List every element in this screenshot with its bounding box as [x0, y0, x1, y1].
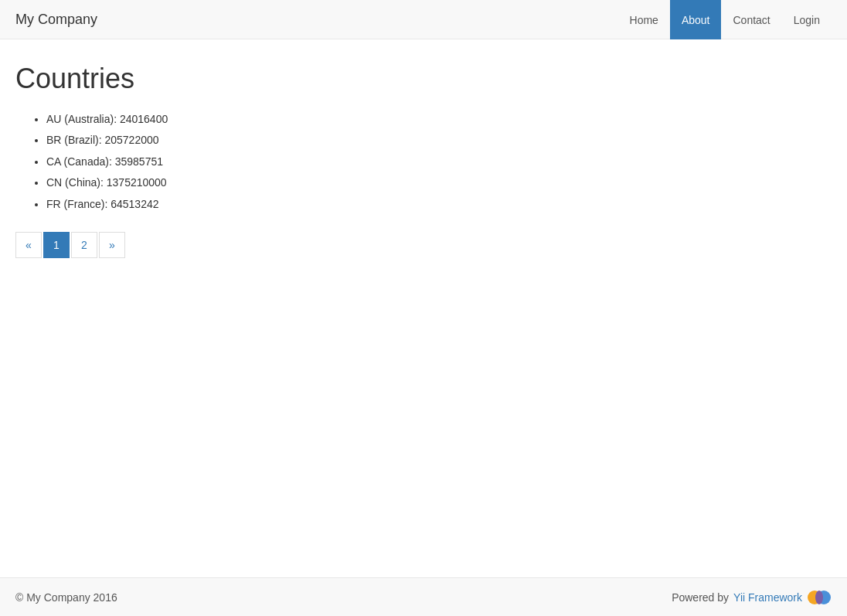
pagination-page-link[interactable]: 2 — [71, 232, 97, 258]
navbar-nav: Home About Contact Login — [618, 0, 832, 39]
navbar: My Company Home About Contact Login — [0, 0, 847, 39]
powered-by-text: Powered by — [672, 591, 729, 604]
navbar-brand[interactable]: My Company — [15, 12, 97, 28]
country-item: FR (France): 64513242 — [46, 196, 832, 213]
pagination-page-2: 2 — [71, 232, 97, 258]
nav-item-contact: Contact — [721, 0, 781, 39]
footer: © My Company 2016 Powered by Yii Framewo… — [0, 577, 847, 616]
country-item: BR (Brazil): 205722000 — [46, 131, 832, 148]
pagination-prev-link[interactable]: « — [15, 232, 42, 258]
main-content: Countries AU (Australia): 24016400BR (Br… — [0, 39, 847, 577]
country-item: CN (China): 1375210000 — [46, 174, 832, 191]
country-item: AU (Australia): 24016400 — [46, 111, 832, 128]
page-title: Countries — [15, 63, 832, 95]
footer-right: Powered by Yii Framework — [672, 585, 832, 610]
svg-point-2 — [815, 590, 823, 604]
yii-framework-link[interactable]: Yii Framework — [733, 591, 802, 604]
yii-logo-icon — [807, 585, 832, 610]
pagination-prev: « — [15, 232, 42, 258]
footer-copyright: © My Company 2016 — [15, 591, 117, 604]
pagination-next: » — [99, 232, 125, 258]
pagination-page-label: 1 — [43, 232, 70, 258]
country-item: CA (Canada): 35985751 — [46, 153, 832, 170]
nav-link-contact[interactable]: Contact — [721, 0, 781, 39]
pagination-page-1: 1 — [43, 232, 70, 258]
country-list: AU (Australia): 24016400BR (Brazil): 205… — [15, 111, 832, 213]
nav-item-login: Login — [782, 0, 832, 39]
nav-item-home: Home — [618, 0, 670, 39]
nav-item-about: About — [670, 0, 722, 39]
pagination-next-link[interactable]: » — [99, 232, 125, 258]
nav-link-about[interactable]: About — [670, 0, 722, 39]
nav-link-login[interactable]: Login — [782, 0, 832, 39]
nav-link-home[interactable]: Home — [618, 0, 670, 39]
pagination: « 12 » — [15, 232, 832, 258]
